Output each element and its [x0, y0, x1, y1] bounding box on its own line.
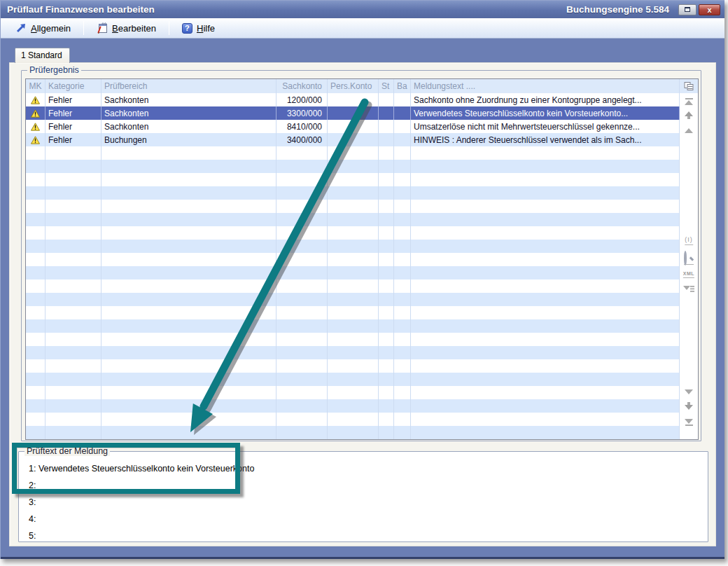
table-row-empty[interactable]	[26, 399, 680, 413]
scroll-down-icon[interactable]	[685, 389, 693, 394]
cell-st	[379, 333, 394, 346]
cell-ba	[394, 293, 411, 306]
table-row-empty[interactable]	[26, 279, 680, 293]
bearbeiten-label: Bearbeiten	[112, 23, 156, 34]
table-row-empty[interactable]	[26, 146, 680, 160]
hilfe-button[interactable]: ? Hilfe	[176, 21, 221, 36]
cell-st	[379, 386, 394, 399]
column-header-sachkonto[interactable]: Sachkonto	[276, 79, 328, 93]
cell-mk	[26, 106, 46, 120]
cell-st	[379, 240, 394, 253]
cell-meldungstext	[411, 160, 680, 173]
cell-mk	[26, 120, 46, 133]
table-row[interactable]: FehlerSachkonten8410/000Umsatzerlöse nic…	[26, 120, 680, 133]
table-row-empty[interactable]	[26, 240, 680, 253]
cell-mk	[26, 333, 46, 346]
cell-pruefbereich	[102, 293, 276, 306]
column-header-perskonto[interactable]: Pers.Konto	[328, 79, 379, 93]
table-row-empty[interactable]	[26, 346, 680, 359]
warning-icon	[31, 123, 40, 131]
column-header-pruefbereich[interactable]: Prüfbereich	[102, 79, 276, 93]
cell-kategorie	[46, 346, 102, 359]
filter-icon[interactable]	[683, 285, 694, 294]
column-header-meldungstext[interactable]: Meldungstext ....	[411, 79, 680, 93]
table-row-empty[interactable]	[26, 293, 680, 306]
cell-meldungstext	[411, 346, 680, 359]
cell-ba	[394, 146, 411, 160]
cell-kategorie: Fehler	[46, 120, 102, 133]
cell-st	[379, 359, 394, 373]
bearbeiten-button[interactable]: Bearbeiten	[90, 20, 162, 36]
table-row-empty[interactable]	[26, 186, 680, 200]
cell-pruefbereich	[102, 359, 276, 373]
cell-mk	[26, 93, 46, 106]
table-row-empty[interactable]	[26, 413, 680, 426]
tab-standard[interactable]: 1 Standard	[15, 48, 70, 63]
table-row-empty[interactable]	[26, 200, 680, 213]
cell-mk	[26, 186, 46, 200]
cell-mk	[26, 133, 46, 146]
cell-st	[379, 293, 394, 306]
hilfe-label: Hilfe	[197, 23, 215, 34]
cell-meldungstext	[411, 333, 680, 346]
table-row-empty[interactable]	[26, 160, 680, 173]
cell-st	[379, 146, 394, 160]
table-row-empty[interactable]	[26, 253, 680, 266]
prueftext-line: 4:	[29, 511, 708, 527]
xml-export-icon[interactable]: XML	[683, 271, 694, 278]
table-row-empty[interactable]	[26, 426, 680, 439]
table-row-empty[interactable]	[26, 213, 680, 226]
column-header-mk[interactable]: MK	[26, 79, 46, 93]
move-down-icon[interactable]	[685, 402, 693, 410]
cell-meldungstext: HINWEIS : Anderer Steuerschlüssel verwen…	[411, 133, 680, 146]
move-up-icon[interactable]	[685, 111, 693, 119]
toolbar-separator	[83, 21, 84, 35]
cell-meldungstext	[411, 186, 680, 200]
minimize-button[interactable]	[678, 4, 696, 15]
table-row-empty[interactable]	[26, 306, 680, 319]
prueftext-legend: Prüftext der Meldung	[24, 446, 110, 456]
column-chooser-icon[interactable]	[685, 82, 694, 90]
cell-mk	[26, 319, 46, 333]
cell-ba	[394, 133, 411, 146]
table-row[interactable]: FehlerSachkonten1200/000Sachkonto ohne Z…	[26, 93, 680, 106]
grid-side-toolbar: (I)XML	[680, 79, 698, 439]
table-row-empty[interactable]	[26, 266, 680, 279]
table-row-empty[interactable]	[26, 359, 680, 373]
table-row-empty[interactable]	[26, 333, 680, 346]
allgemein-label: Allgemein	[31, 23, 71, 34]
notepad-pen-icon	[97, 22, 108, 34]
row-count-icon[interactable]: (I)	[685, 236, 693, 245]
cell-ba	[394, 333, 411, 346]
cell-pruefbereich: Buchungen	[102, 133, 276, 146]
column-header-kategorie[interactable]: Kategorie	[46, 79, 102, 93]
table-row-empty[interactable]	[26, 386, 680, 399]
table-row-empty[interactable]	[26, 373, 680, 386]
cell-st	[379, 253, 394, 266]
scroll-to-top-icon[interactable]	[685, 97, 693, 105]
scroll-to-bottom-icon[interactable]	[685, 419, 693, 427]
pruefergebnis-legend: Prüfergebnis	[27, 65, 81, 75]
table-row[interactable]: FehlerBuchungen3400/000HINWEIS : Anderer…	[26, 133, 680, 146]
table-row[interactable]: FehlerSachkonten3300/000Verwendetes Steu…	[26, 106, 680, 120]
cell-mk	[26, 426, 46, 439]
cell-perskonto	[328, 426, 379, 439]
cell-meldungstext	[411, 279, 680, 293]
scroll-up-icon[interactable]	[685, 128, 693, 133]
table-row-empty[interactable]	[26, 319, 680, 333]
table-row-empty[interactable]	[26, 226, 680, 240]
cell-sachkonto	[276, 333, 328, 346]
cell-perskonto	[328, 106, 379, 120]
column-header-st[interactable]: St	[379, 79, 394, 93]
prueftext-lines: 1: Verwendetes Steuerschlüsselkonto kein…	[19, 452, 708, 544]
allgemein-button[interactable]: Allgemein	[9, 20, 77, 36]
cell-meldungstext	[411, 293, 680, 306]
cell-ba	[394, 200, 411, 213]
table-row-empty[interactable]	[26, 173, 680, 186]
search-icon[interactable]	[684, 252, 694, 265]
prueftext-groupbox: Prüftext der Meldung 1: Verwendetes Steu…	[18, 451, 708, 542]
cell-pruefbereich	[102, 319, 276, 333]
column-header-ba[interactable]: Ba	[394, 79, 411, 93]
close-button[interactable]: x	[699, 4, 720, 15]
cell-ba	[394, 106, 411, 120]
